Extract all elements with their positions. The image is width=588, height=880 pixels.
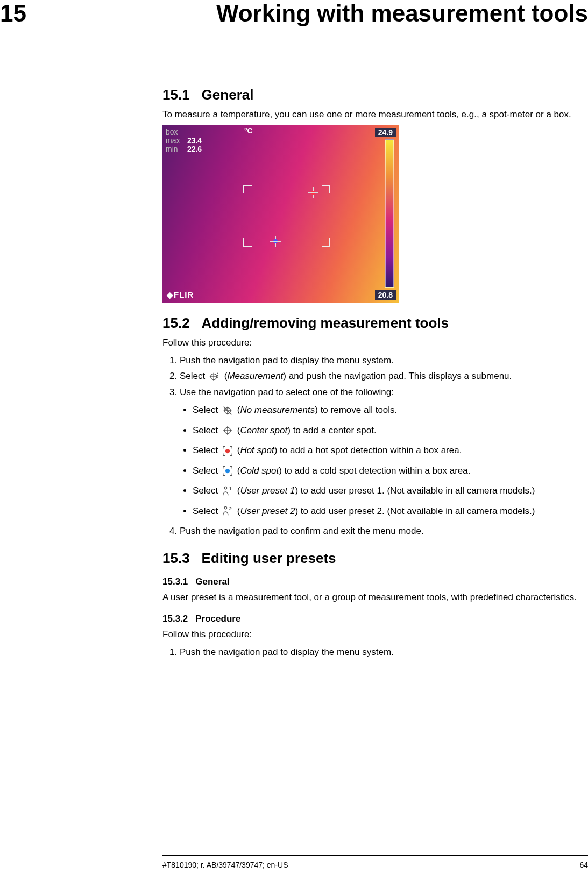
section-number: 15.3 [162,550,190,567]
section-15-2-options: Select (No measurements) to remove all t… [162,403,578,518]
thermal-hotspot-cross [308,187,318,198]
footer-divider [162,855,588,856]
section-15-1-heading: 15.1General [162,87,578,103]
text: Select [193,425,221,435]
chapter-number: 15 [0,0,26,27]
text: Select [193,485,221,496]
no-measurements-icon [222,405,233,417]
thermal-box-corner [243,238,252,247]
thermal-coldspot-cross [270,236,281,247]
thermal-scale-bottom: 20.8 [375,290,396,300]
thermal-box-corner [322,238,330,247]
section-title: General [202,87,254,103]
hot-spot-icon [222,445,233,457]
step-1: Push the navigation pad to display the m… [180,645,578,659]
section-number: 15.2 [162,315,190,332]
icon-label: User preset 2 [240,506,295,516]
subsection-number: 15.3.1 [162,576,188,587]
text: Select [193,405,221,415]
thermal-box-label: box [166,128,185,136]
subsection-title: General [195,576,229,587]
section-15-2-lead: Follow this procedure: [162,337,578,349]
thermal-min-value: 22.6 [187,145,202,153]
icon-label: Hot spot [240,445,274,455]
section-15-3-1-body: A user preset is a measurement tool, or … [162,592,578,604]
icon-label: Center spot [240,425,287,435]
svg-rect-4 [217,375,218,376]
step-2: Select (Measurement) and push the naviga… [180,369,578,383]
divider [162,65,578,65]
step-1: Push the navigation pad to display the m… [180,354,578,368]
thermal-box-corner [243,185,252,193]
text: Select [193,466,221,476]
subsection-title: Procedure [195,614,240,624]
text: Select [180,371,208,381]
chapter-title: Working with measurement tools [216,0,588,27]
text: Select [193,445,221,455]
thermal-scale-top: 24.9 [375,128,396,137]
svg-point-13 [225,449,230,453]
text: ) to add a cold spot detection within a … [279,466,470,476]
footer-docid: #T810190; r. AB/39747/39747; en-US [162,861,288,869]
text: ) to add user preset 2. (Not available i… [295,506,535,516]
thermal-brand: ◆FLIR [167,290,194,300]
icon-label: No measurements [240,405,315,415]
thermal-scale-bar [385,139,394,288]
thermal-max-value: 23.4 [187,136,202,145]
cold-spot-icon [222,465,233,477]
section-15-3-2-steps: Push the navigation pad to display the m… [162,645,578,659]
subsection-number: 15.3.2 [162,614,188,624]
text: ) to add a hot spot detection within a b… [274,445,462,455]
user-preset-2-icon: 2 [222,505,233,517]
text: ) and push the navigation pad. This disp… [283,371,512,381]
text: ) to add a center spot. [287,425,376,435]
option-no-measurements: Select (No measurements) to remove all t… [193,403,578,417]
svg-point-17 [224,507,227,510]
step-3: Use the navigation pad to select one of … [180,385,578,399]
option-user-preset-2: Select 2 (User preset 2) to add user pre… [193,504,578,518]
step-4: Push the navigation pad to confirm and e… [180,524,578,538]
icon-label: User preset 1 [240,485,295,496]
section-title: Adding/removing measurement tools [202,315,449,331]
option-center-spot: Select (Center spot) to add a center spo… [193,424,578,438]
section-15-2-steps-cont: Push the navigation pad to confirm and e… [162,524,578,538]
section-15-1-intro: To measure a temperature, you can use on… [162,109,578,121]
option-cold-spot: Select (Cold spot) to add a cold spot de… [193,464,578,478]
thermal-overlay-box: box max 23.4 min 22.6 [162,125,239,157]
section-15-3-1-heading: 15.3.1General [162,576,578,587]
text: ) to remove all tools. [315,405,397,415]
section-15-3-heading: 15.3Editing user presets [162,550,578,567]
user-preset-1-icon: 1 [222,485,233,497]
thermal-unit: °C [244,126,253,135]
svg-text:2: 2 [229,506,232,512]
text: Select [193,506,221,516]
thermal-max-label: max [166,136,185,145]
svg-rect-5 [217,377,218,378]
section-title: Editing user presets [202,550,336,566]
svg-text:1: 1 [229,486,232,491]
section-15-2-steps: Push the navigation pad to display the m… [162,354,578,399]
option-user-preset-1: Select 1 (User preset 1) to add user pre… [193,484,578,498]
section-number: 15.1 [162,87,190,103]
center-spot-icon [222,425,233,437]
content-column: 15.1General To measure a temperature, yo… [162,65,578,663]
svg-point-14 [225,469,230,473]
icon-label: Cold spot [240,466,279,476]
section-15-3-2-lead: Follow this procedure: [162,629,578,641]
svg-point-15 [224,487,227,489]
icon-label: Measurement [227,371,283,381]
option-hot-spot: Select (Hot spot) to add a hot spot dete… [193,443,578,457]
section-15-2-heading: 15.2Adding/removing measurement tools [162,315,578,332]
measurement-icon [209,371,221,383]
section-15-3-2-heading: 15.3.2Procedure [162,614,578,624]
thermal-box-corner [322,185,330,193]
svg-rect-3 [217,373,218,374]
footer-page-number: 64 [579,861,588,869]
text: ) to add user preset 1. (Not available i… [295,485,535,496]
thermal-image: box max 23.4 min 22.6 °C 24.9 20.8 ◆FLIR [162,125,399,303]
thermal-min-label: min [166,145,185,153]
